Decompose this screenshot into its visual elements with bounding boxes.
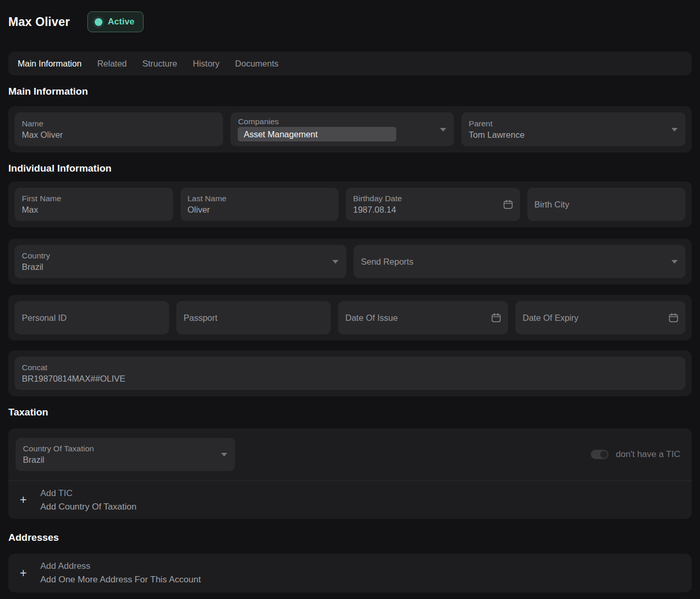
- companies-select[interactable]: Companies Asset Management: [230, 112, 455, 146]
- concat-value: BR19870814MAX##OLIVE: [22, 373, 678, 384]
- first-name-value: Max: [22, 204, 166, 215]
- chevron-down-icon: [332, 260, 339, 264]
- account-page: Max Oliver Active Main Information Relat…: [0, 0, 700, 599]
- country-of-taxation-label: Country Of Taxation: [23, 444, 212, 454]
- tic-toggle[interactable]: [591, 450, 608, 459]
- parent-label: Parent: [469, 119, 663, 129]
- plus-icon: +: [20, 494, 27, 506]
- chevron-down-icon: [671, 260, 678, 264]
- last-name-value: Oliver: [188, 204, 332, 215]
- calendar-icon: [490, 312, 502, 323]
- birthday-date-label: Birthday Date: [353, 193, 497, 204]
- birthday-date-field[interactable]: Birthday Date 1987.08.14: [346, 188, 520, 221]
- taxation-row: Country Of Taxation Brazil don't have a …: [8, 428, 692, 480]
- page-header: Max Oliver Active: [8, 8, 692, 32]
- tab-structure[interactable]: Structure: [142, 59, 177, 69]
- name-label: Name: [22, 119, 216, 129]
- plus-icon: +: [20, 567, 27, 579]
- date-of-expiry-placeholder: Date Of Expiry: [523, 312, 663, 323]
- passport-placeholder: Passport: [184, 312, 323, 323]
- name-value: Max Oliver: [22, 129, 216, 140]
- add-tic-title: Add TIC: [40, 488, 136, 499]
- tab-bar: Main Information Related Structure Histo…: [8, 51, 692, 75]
- individual-information-card-row3: Personal ID Passport Date Of Issue Date …: [8, 295, 692, 341]
- last-name-label: Last Name: [188, 193, 332, 204]
- main-information-heading: Main Information: [8, 86, 692, 97]
- parent-select[interactable]: Parent Tom Lawrence: [461, 112, 685, 146]
- calendar-icon: [502, 199, 514, 210]
- page-title: Max Oliver: [8, 15, 70, 29]
- add-address-button[interactable]: + Add Address Add One More Address For T…: [8, 554, 692, 592]
- add-tic-button[interactable]: + Add TIC Add Country Of Taxation: [8, 481, 692, 519]
- personal-id-field[interactable]: Personal ID: [15, 301, 169, 334]
- parent-value: Tom Lawrence: [469, 129, 663, 140]
- companies-label: Companies: [238, 116, 432, 127]
- send-reports-placeholder: Send Reports: [361, 256, 663, 267]
- country-label: Country: [22, 251, 323, 261]
- country-of-taxation-value: Brazil: [23, 454, 212, 465]
- taxation-card: Country Of Taxation Brazil don't have a …: [8, 428, 692, 519]
- birthday-date-value: 1987.08.14: [353, 204, 497, 215]
- companies-selected-chip: Asset Management: [238, 127, 397, 141]
- birth-city-placeholder: Birth City: [535, 199, 679, 210]
- passport-field[interactable]: Passport: [176, 301, 331, 334]
- tab-documents[interactable]: Documents: [235, 59, 278, 69]
- tab-history[interactable]: History: [193, 59, 219, 69]
- name-field[interactable]: Name Max Oliver: [15, 112, 223, 146]
- first-name-field[interactable]: First Name Max: [15, 188, 173, 221]
- country-select[interactable]: Country Brazil: [15, 245, 346, 278]
- add-address-title: Add Address: [40, 561, 201, 571]
- tic-toggle-group: don't have a TIC: [591, 449, 684, 460]
- individual-information-card-row2: Country Brazil Send Reports: [8, 239, 692, 284]
- individual-information-card-row1: First Name Max Last Name Oliver Birthday…: [8, 181, 692, 227]
- birth-city-field[interactable]: Birth City: [527, 188, 686, 221]
- tab-main-information[interactable]: Main Information: [18, 59, 82, 69]
- chevron-down-icon: [440, 128, 446, 132]
- country-of-taxation-select[interactable]: Country Of Taxation Brazil: [16, 438, 235, 471]
- tic-toggle-label: don't have a TIC: [616, 449, 680, 460]
- send-reports-select[interactable]: Send Reports: [354, 245, 685, 278]
- personal-id-placeholder: Personal ID: [22, 312, 162, 323]
- concat-field[interactable]: Concat BR19870814MAX##OLIVE: [15, 357, 685, 390]
- status-dot-icon: [95, 18, 102, 26]
- individual-information-heading: Individual Information: [8, 163, 692, 174]
- date-of-issue-field[interactable]: Date Of Issue: [338, 301, 508, 334]
- concat-label: Concat: [22, 362, 678, 373]
- taxation-heading: Taxation: [8, 407, 692, 418]
- date-of-issue-placeholder: Date Of Issue: [345, 312, 485, 323]
- tab-related[interactable]: Related: [97, 59, 127, 69]
- concat-card: Concat BR19870814MAX##OLIVE: [8, 350, 692, 396]
- first-name-label: First Name: [22, 193, 166, 204]
- calendar-icon: [668, 312, 679, 323]
- date-of-expiry-field[interactable]: Date Of Expiry: [515, 301, 685, 334]
- addresses-heading: Addresses: [8, 532, 692, 543]
- add-tic-subtitle: Add Country Of Taxation: [40, 502, 136, 512]
- chevron-down-icon: [221, 453, 227, 457]
- last-name-field[interactable]: Last Name Oliver: [180, 188, 339, 221]
- chevron-down-icon: [671, 128, 678, 132]
- toggle-knob-icon: [600, 451, 607, 458]
- status-badge-label: Active: [108, 17, 134, 27]
- add-address-subtitle: Add One More Address For This Account: [40, 575, 201, 585]
- main-information-card: Name Max Oliver Companies Asset Manageme…: [8, 106, 692, 152]
- status-badge[interactable]: Active: [87, 11, 144, 32]
- country-value: Brazil: [22, 261, 323, 272]
- addresses-card: + Add Address Add One More Address For T…: [8, 554, 692, 592]
